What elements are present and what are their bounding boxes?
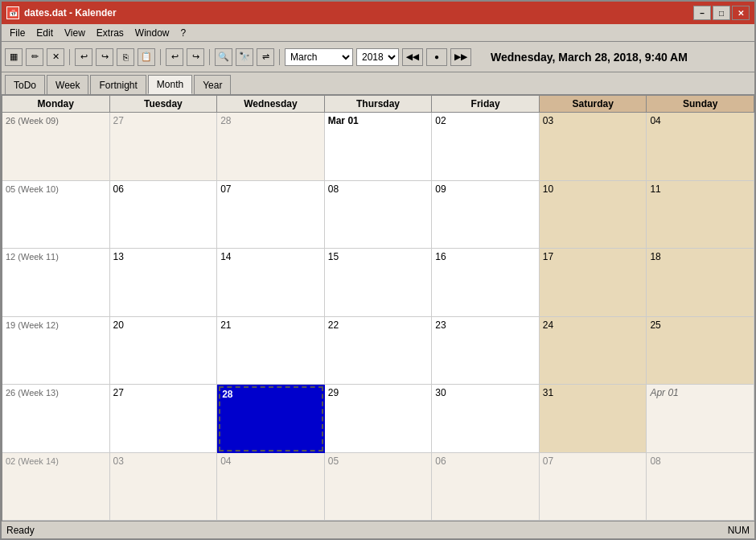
day-03: 03 <box>543 115 553 126</box>
cal-cell-feb27[interactable]: 27 <box>110 113 218 181</box>
day-23: 23 <box>435 319 446 331</box>
cal-cell-apr05[interactable]: 05 <box>325 453 433 521</box>
dot-btn[interactable]: ● <box>426 48 447 66</box>
cal-cell-mar03[interactable]: 03 <box>540 113 647 181</box>
window-title: dates.dat - Kalender <box>24 7 117 19</box>
binoculars-btn[interactable]: 🔭 <box>236 48 253 66</box>
header-friday: Friday <box>432 96 540 113</box>
calendar-view-btn[interactable]: ▦ <box>5 48 23 66</box>
day-06-apr: 06 <box>435 455 446 467</box>
cal-cell-mar20[interactable]: 20 <box>110 317 218 385</box>
delete-btn[interactable]: ✕ <box>47 48 64 66</box>
cal-cell-week09[interactable]: 26 (Week 09) <box>2 113 110 181</box>
day-09: 09 <box>435 183 446 195</box>
cal-cell-mar17[interactable]: 17 <box>540 249 647 317</box>
cal-cell-mar16[interactable]: 16 <box>432 249 540 317</box>
cal-cell-week10[interactable]: 05 (Week 10) <box>2 181 110 249</box>
cal-cell-apr06[interactable]: 06 <box>432 453 540 521</box>
close-button[interactable]: ✕ <box>732 6 750 20</box>
maximize-button[interactable]: □ <box>713 6 730 20</box>
paste-btn[interactable]: 📋 <box>138 48 155 66</box>
copy-btn[interactable]: ⎘ <box>117 48 134 66</box>
cal-cell-week13[interactable]: 26 (Week 13) <box>2 385 110 453</box>
day-02: 02 <box>435 115 446 126</box>
tab-year[interactable]: Year <box>194 75 231 94</box>
cal-cell-mar09[interactable]: 09 <box>432 181 540 249</box>
menu-help[interactable]: ? <box>176 26 191 40</box>
week-10-label: 05 (Week 10) <box>6 184 59 194</box>
cal-cell-mar13[interactable]: 13 <box>110 249 218 317</box>
cal-cell-apr08[interactable]: 08 <box>647 453 754 521</box>
menu-view[interactable]: View <box>60 26 90 40</box>
day-27-mar: 27 <box>113 387 124 398</box>
cal-cell-mar06[interactable]: 06 <box>110 181 218 249</box>
cal-cell-mar04[interactable]: 04 <box>647 113 754 181</box>
cal-cell-mar14[interactable]: 14 <box>217 249 325 317</box>
day-08-apr: 08 <box>650 455 660 467</box>
day-27-feb: 27 <box>113 115 124 126</box>
tab-todo[interactable]: ToDo <box>5 75 45 94</box>
cal-cell-mar18[interactable]: 18 <box>647 249 754 317</box>
menu-window[interactable]: Window <box>130 26 175 40</box>
day-17: 17 <box>543 251 553 262</box>
cal-cell-mar15[interactable]: 15 <box>325 249 433 317</box>
redo2-btn[interactable]: ↪ <box>187 48 204 66</box>
cal-cell-week11[interactable]: 12 (Week 11) <box>2 249 110 317</box>
day-04-apr: 04 <box>220 455 231 467</box>
search-btn[interactable]: 🔍 <box>215 48 232 66</box>
cal-cell-apr07[interactable]: 07 <box>540 453 647 521</box>
tab-fortnight[interactable]: Fortnight <box>90 75 146 94</box>
day-24: 24 <box>543 319 553 331</box>
minimize-button[interactable]: – <box>693 6 711 20</box>
year-select[interactable]: 2018 2017 2019 <box>356 48 399 66</box>
separator-4 <box>279 49 280 65</box>
cal-cell-mar01[interactable]: Mar 01 <box>325 113 433 181</box>
prev-prev-btn[interactable]: ◀◀ <box>402 48 423 66</box>
menu-extras[interactable]: Extras <box>92 26 129 40</box>
cal-cell-mar10[interactable]: 10 <box>540 181 647 249</box>
cal-cell-apr03[interactable]: 03 <box>110 453 218 521</box>
day-28-feb: 28 <box>220 115 231 126</box>
cal-cell-mar29[interactable]: 29 <box>325 385 433 453</box>
cal-cell-mar07[interactable]: 07 <box>217 181 325 249</box>
edit-btn[interactable]: ✏ <box>26 48 43 66</box>
cal-cell-mar30[interactable]: 30 <box>432 385 540 453</box>
cal-cell-mar27[interactable]: 27 <box>110 385 218 453</box>
day-04: 04 <box>650 115 660 126</box>
day-07-apr: 07 <box>543 455 553 467</box>
cal-cell-mar23[interactable]: 23 <box>432 317 540 385</box>
cal-cell-mar25[interactable]: 25 <box>647 317 754 385</box>
menu-edit[interactable]: Edit <box>31 26 58 40</box>
cal-cell-mar28-today[interactable]: 28 <box>217 385 325 453</box>
week-12-label: 19 (Week 12) <box>6 320 59 330</box>
cal-cell-mar08[interactable]: 08 <box>325 181 433 249</box>
header-saturday: Saturday <box>540 96 647 113</box>
cal-cell-apr04[interactable]: 04 <box>217 453 325 521</box>
cal-cell-week14[interactable]: 02 (Week 14) <box>2 453 110 521</box>
separator-1 <box>69 49 70 65</box>
next-next-btn[interactable]: ▶▶ <box>450 48 471 66</box>
undo-btn[interactable]: ↩ <box>75 48 92 66</box>
day-21: 21 <box>220 319 231 331</box>
cal-cell-mar31[interactable]: 31 <box>540 385 647 453</box>
cal-cell-feb28[interactable]: 28 <box>217 113 325 181</box>
cal-cell-mar24[interactable]: 24 <box>540 317 647 385</box>
tab-week[interactable]: Week <box>47 75 88 94</box>
undo2-btn[interactable]: ↩ <box>166 48 183 66</box>
filter-btn[interactable]: ⇌ <box>257 48 274 66</box>
week-09-label: 26 (Week 09) <box>6 116 59 126</box>
calendar-header: Monday Tuesday Wednesday Thursday Friday… <box>2 95 754 113</box>
redo-btn[interactable]: ↪ <box>96 48 113 66</box>
menu-file[interactable]: File <box>5 26 30 40</box>
month-select[interactable]: March January February April May June Ju… <box>285 48 353 66</box>
cal-cell-mar21[interactable]: 21 <box>217 317 325 385</box>
tab-month[interactable]: Month <box>148 75 192 94</box>
cal-cell-mar22[interactable]: 22 <box>325 317 433 385</box>
day-05-apr: 05 <box>328 455 339 467</box>
cal-cell-mar02[interactable]: 02 <box>432 113 540 181</box>
cal-cell-week12[interactable]: 19 (Week 12) <box>2 317 110 385</box>
status-left: Ready <box>6 525 35 536</box>
cal-cell-apr01[interactable]: Apr 01 <box>647 385 754 453</box>
cal-cell-mar11[interactable]: 11 <box>647 181 754 249</box>
cal-row-6: 02 (Week 14) 03 04 05 06 07 08 <box>2 453 754 521</box>
